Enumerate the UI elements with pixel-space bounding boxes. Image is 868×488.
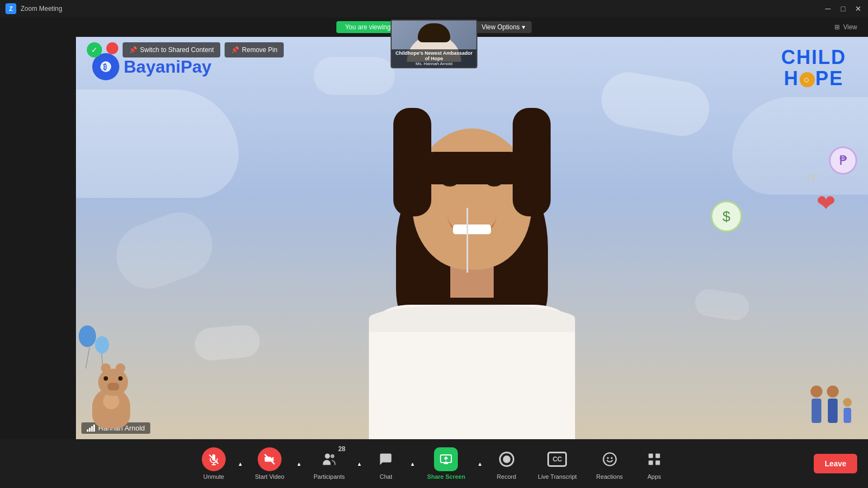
unmute-group: Unmute ▲ [192, 443, 245, 484]
leave-button[interactable]: Leave [814, 454, 857, 473]
close-button[interactable]: ✕ [854, 4, 863, 13]
thumbnail-container[interactable]: Childhope's Newest Ambassador of Hope Ms… [391, 20, 477, 68]
apps-icon [642, 447, 666, 471]
childhope-logo: CHILD H○PE [781, 48, 846, 90]
svg-point-7 [325, 454, 330, 459]
svg-point-12 [607, 457, 609, 459]
unmute-caret-button[interactable]: ▲ [235, 461, 245, 467]
svg-text:₿: ₿ [103, 62, 107, 71]
bg-wave-2 [732, 97, 868, 195]
live-transcript-button[interactable]: CC Live Transcript [528, 443, 587, 484]
switch-shared-content-button[interactable]: 📌 Switch to Shared Content [123, 42, 220, 57]
live-transcript-label: Live Transcript [538, 473, 577, 480]
title-bar-controls: ─ □ ✕ [824, 4, 863, 13]
unmute-button[interactable]: Unmute [192, 443, 235, 484]
remove-pin-icon: 📌 [231, 46, 239, 54]
participants-icon: 28 [317, 447, 341, 471]
peso-top-right-decoration: ₱ [829, 146, 857, 175]
share-screen-icon [434, 447, 458, 471]
bear-illustration [92, 369, 130, 428]
chevron-down-icon: ▾ [522, 23, 525, 31]
participants-count-badge: 28 [338, 445, 345, 453]
record-button[interactable]: Record [485, 443, 528, 484]
thumbnail-label: Childhope's Newest Ambassador of Hope Ms… [392, 49, 476, 67]
minimize-button[interactable]: ─ [824, 4, 832, 13]
remove-pin-button[interactable]: 📌 Remove Pin [225, 42, 284, 57]
signal-icon [87, 425, 95, 432]
maximize-button[interactable]: □ [839, 4, 847, 13]
view-label: ⊞ View [834, 23, 857, 31]
chat-icon [374, 447, 398, 471]
participants-button[interactable]: 28 Participants [304, 443, 354, 484]
mic-off-icon [202, 447, 226, 471]
cloud-shape [597, 68, 713, 140]
svg-rect-14 [649, 454, 653, 458]
right-illustrations: ❤ $ ✈ ₱ [743, 271, 852, 423]
title-bar-title: Zoom Meeting [21, 5, 62, 12]
reactions-button[interactable]: Reactions [586, 443, 633, 484]
view-options-button[interactable]: View Options ▾ [475, 21, 532, 33]
svg-point-13 [610, 457, 612, 459]
reactions-icon [598, 447, 622, 471]
bg-wave-1 [76, 89, 239, 198]
live-transcript-icon: CC [545, 447, 569, 471]
main-video-area: ₿ BayaniPay CHILD H○PE [76, 37, 868, 439]
ch-hope-text: H○PE [784, 67, 844, 90]
video-off-icon [258, 447, 282, 471]
chat-label: Chat [380, 473, 392, 480]
share-screen-label: Share Screen [427, 473, 465, 480]
start-video-group: Start Video ▲ [245, 443, 304, 484]
adult-figure-1 [810, 386, 822, 423]
title-bar: Z Zoom Meeting ─ □ ✕ [0, 0, 868, 17]
cloud-shape-4 [693, 288, 751, 322]
bp-text: BayaniPay [124, 57, 212, 77]
chat-caret-button[interactable]: ▲ [407, 461, 417, 467]
ch-child-text: CHILD [781, 48, 846, 67]
heart-decoration: ❤ [816, 190, 835, 216]
family-illustration [810, 386, 852, 423]
person-video [336, 85, 608, 439]
adult-figure-2 [827, 386, 839, 423]
reactions-label: Reactions [596, 473, 623, 480]
apps-button[interactable]: Apps [633, 443, 676, 484]
apps-label: Apps [647, 473, 661, 480]
svg-point-11 [603, 453, 616, 465]
red-dot-icon [106, 42, 118, 54]
peso-circle-decoration: $ [711, 201, 742, 232]
share-screen-button[interactable]: Share Screen [417, 443, 475, 484]
svg-point-8 [330, 454, 334, 458]
unmute-label: Unmute [203, 473, 225, 480]
start-video-label: Start Video [255, 473, 284, 480]
video-background: ₿ BayaniPay CHILD H○PE [76, 37, 868, 439]
record-label: Record [497, 473, 516, 480]
svg-rect-17 [655, 460, 660, 465]
svg-rect-16 [649, 460, 653, 465]
pin-icon: 📌 [129, 46, 137, 54]
participants-label: Participants [314, 473, 344, 480]
bg-wave-3 [107, 203, 221, 298]
child-figure [843, 398, 852, 423]
green-check-icon: ✓ [87, 42, 102, 57]
svg-rect-15 [655, 454, 660, 458]
video-caret-button[interactable]: ▲ [294, 461, 304, 467]
share-screen-caret-button[interactable]: ▲ [475, 461, 485, 467]
zoom-logo-icon: Z [5, 3, 16, 14]
toolbar-right: Leave [814, 454, 857, 473]
title-bar-left: Z Zoom Meeting [5, 3, 62, 14]
share-screen-group: Share Screen ▲ [417, 443, 484, 484]
toolbar: Unmute ▲ Start Video ▲ [0, 439, 868, 488]
participants-caret-button[interactable]: ▲ [355, 461, 365, 467]
cloud-shape-3 [194, 323, 261, 361]
participants-group: 28 Participants ▲ [304, 443, 364, 484]
chat-button[interactable]: Chat [364, 443, 407, 484]
chat-group: Chat ▲ [364, 443, 417, 484]
record-icon [495, 447, 519, 471]
pin-controls: ✓ 📌 Switch to Shared Content 📌 Remove Pi… [87, 42, 284, 57]
start-video-button[interactable]: Start Video [245, 443, 294, 484]
